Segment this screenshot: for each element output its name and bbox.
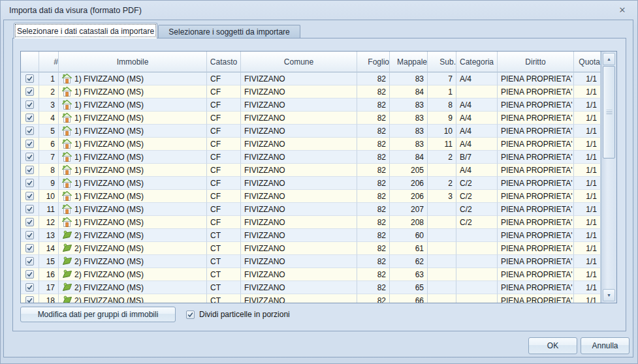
row-select-cell — [21, 281, 39, 294]
table-row[interactable]: 162) FIVIZZANO (MS)CTFIVIZZANO8263PIENA … — [21, 268, 601, 281]
column-header-select[interactable] — [21, 52, 39, 72]
row-checkbox[interactable] — [25, 153, 34, 161]
catasto-cell: CF — [207, 99, 241, 112]
foglio-cell: 82 — [357, 203, 390, 216]
scroll-down-button[interactable]: ▼ — [603, 289, 615, 301]
table-row[interactable]: 152) FIVIZZANO (MS)CTFIVIZZANO8262PIENA … — [21, 255, 601, 268]
table-row[interactable]: 81) FIVIZZANO (MS)CFFIVIZZANO82205A/4PIE… — [21, 164, 601, 177]
row-checkbox[interactable] — [25, 140, 34, 148]
column-header-mappale[interactable]: Mappale — [390, 52, 428, 72]
row-checkbox[interactable] — [25, 270, 34, 279]
comune-cell: FIVIZZANO — [241, 125, 357, 138]
row-select-cell — [21, 164, 39, 177]
scroll-up-button[interactable]: ▲ — [603, 53, 615, 65]
quota-cell: 1/1 — [574, 203, 601, 216]
row-checkbox[interactable] — [25, 100, 34, 109]
immobile-text: 2) FIVIZZANO (MS) — [74, 296, 144, 304]
row-select-cell — [21, 255, 39, 268]
column-header-categoria[interactable]: Categoria — [456, 52, 498, 72]
table-row[interactable]: 101) FIVIZZANO (MS)CFFIVIZZANO822063C/2P… — [21, 190, 601, 203]
sub-cell — [428, 203, 456, 216]
table-row[interactable]: 61) FIVIZZANO (MS)CFFIVIZZANO828311A/4PI… — [21, 138, 601, 151]
column-header-quota[interactable]: Quota — [574, 52, 601, 72]
num-cell: 14 — [39, 242, 59, 255]
footer-controls: Modifica dati per gruppi di immobili Div… — [20, 307, 290, 322]
row-checkbox[interactable] — [25, 283, 34, 292]
table-row[interactable]: 182) FIVIZZANO (MS)CTFIVIZZANO8266PIENA … — [21, 294, 601, 303]
foglio-cell: 82 — [357, 72, 390, 85]
table-row[interactable]: 11) FIVIZZANO (MS)CFFIVIZZANO82837A/4PIE… — [21, 72, 601, 85]
modify-groups-button[interactable]: Modifica dati per gruppi di immobili — [20, 307, 176, 322]
close-icon[interactable]: ✕ — [616, 4, 628, 16]
diritto-cell: PIENA PROPRIETA' — [498, 164, 574, 177]
catasto-cell: CF — [207, 112, 241, 125]
column-header-catasto[interactable]: Catasto — [207, 52, 241, 72]
catasto-cell: CF — [207, 203, 241, 216]
row-checkbox[interactable] — [25, 244, 34, 252]
building-icon — [62, 74, 72, 83]
table-row[interactable]: 71) FIVIZZANO (MS)CFFIVIZZANO82842B/7PIE… — [21, 151, 601, 164]
divide-particles-checkbox[interactable] — [186, 311, 195, 319]
foglio-cell: 82 — [357, 138, 390, 151]
row-select-cell — [21, 190, 39, 203]
row-checkbox[interactable] — [25, 205, 34, 213]
mappale-cell: 205 — [390, 164, 428, 177]
table-row[interactable]: 121) FIVIZZANO (MS)CFFIVIZZANO82208C/2PI… — [21, 216, 601, 229]
building-icon — [62, 191, 72, 201]
num-cell: 12 — [39, 216, 59, 229]
table-row[interactable]: 21) FIVIZZANO (MS)CFFIVIZZANO82841PIENA … — [21, 85, 601, 99]
foglio-cell: 82 — [357, 125, 390, 138]
sub-cell — [428, 294, 456, 303]
row-checkbox[interactable] — [25, 127, 34, 135]
num-cell: 17 — [39, 281, 59, 294]
scroll-thumb[interactable] — [603, 66, 615, 159]
dialog-title: Importa dati da visura (formato PDF) — [9, 6, 142, 15]
sub-cell — [428, 255, 456, 268]
table-row[interactable]: 91) FIVIZZANO (MS)CFFIVIZZANO822062C/2PI… — [21, 177, 601, 190]
tab-soggetti[interactable]: Selezionare i soggetti da importare — [158, 25, 300, 38]
row-checkbox[interactable] — [25, 179, 34, 187]
catasto-cell: CF — [207, 164, 241, 177]
table-row[interactable]: 31) FIVIZZANO (MS)CFFIVIZZANO82838A/4PIE… — [21, 99, 601, 112]
comune-cell: FIVIZZANO — [241, 99, 357, 112]
building-icon — [62, 152, 72, 162]
catasto-cell: CF — [207, 216, 241, 229]
vertical-scrollbar[interactable]: ▲ ▼ — [601, 52, 616, 303]
mappale-cell: 83 — [390, 138, 428, 151]
table-row[interactable]: 142) FIVIZZANO (MS)CTFIVIZZANO8261PIENA … — [21, 242, 601, 255]
ok-button[interactable]: OK — [528, 337, 577, 354]
table-row[interactable]: 132) FIVIZZANO (MS)CTFIVIZZANO8260PIENA … — [21, 229, 601, 242]
divide-checkbox-group: Dividi particelle in porzioni — [186, 310, 290, 319]
immobile-cell: 1) FIVIZZANO (MS) — [59, 72, 207, 85]
row-checkbox[interactable] — [25, 74, 34, 83]
diritto-cell: PIENA PROPRIETA' — [498, 216, 574, 229]
table-row[interactable]: 41) FIVIZZANO (MS)CFFIVIZZANO82839A/4PIE… — [21, 112, 601, 125]
row-select-cell — [21, 177, 39, 190]
row-checkbox[interactable] — [25, 192, 34, 200]
table-row[interactable]: 51) FIVIZZANO (MS)CFFIVIZZANO828310A/4PI… — [21, 125, 601, 138]
table-row[interactable]: 172) FIVIZZANO (MS)CTFIVIZZANO8265PIENA … — [21, 281, 601, 294]
cancel-button[interactable]: Annulla — [581, 337, 630, 354]
row-checkbox[interactable] — [25, 218, 34, 226]
immobile-text: 1) FIVIZZANO (MS) — [74, 205, 144, 214]
column-header-comune[interactable]: Comune — [241, 52, 357, 72]
num-cell: 3 — [39, 99, 59, 112]
row-checkbox[interactable] — [25, 87, 34, 96]
tab-dati-catastali[interactable]: Selezionare i dati catastali da importar… — [14, 23, 157, 38]
column-header-diritto[interactable]: Diritto — [498, 52, 574, 72]
table-row[interactable]: 111) FIVIZZANO (MS)CFFIVIZZANO82207C/2PI… — [21, 203, 601, 216]
column-header-sub[interactable]: Sub. — [428, 52, 456, 72]
row-checkbox[interactable] — [25, 231, 34, 239]
row-checkbox[interactable] — [25, 166, 34, 174]
column-header-num[interactable]: # — [39, 52, 59, 72]
immobile-cell: 1) FIVIZZANO (MS) — [59, 112, 207, 125]
sub-cell: 1 — [428, 85, 456, 99]
quota-cell: 1/1 — [574, 151, 601, 164]
row-checkbox[interactable] — [25, 296, 34, 303]
row-checkbox[interactable] — [25, 114, 34, 122]
column-header-immobile[interactable]: Immobile — [59, 52, 207, 72]
row-select-cell — [21, 72, 39, 85]
immobile-text: 2) FIVIZZANO (MS) — [74, 283, 144, 292]
column-header-foglio[interactable]: Foglio — [357, 52, 390, 72]
row-checkbox[interactable] — [25, 257, 34, 265]
